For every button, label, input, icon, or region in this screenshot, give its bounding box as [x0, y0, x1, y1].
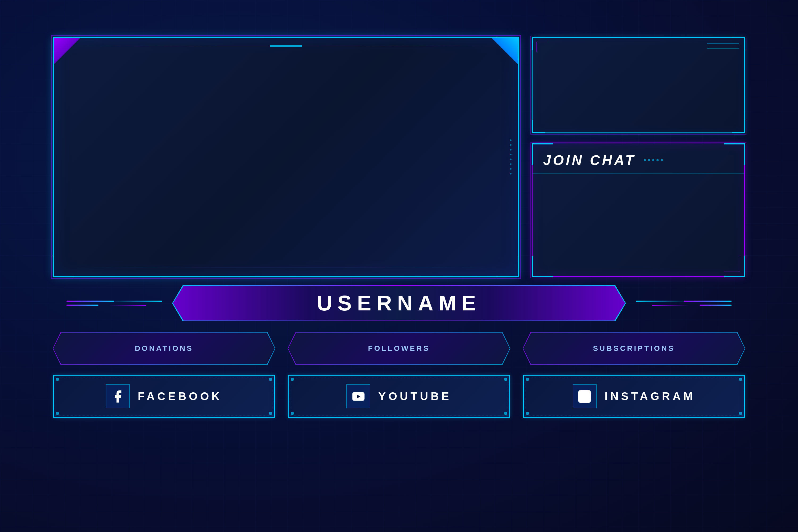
wing-line-bottom — [109, 305, 146, 306]
stats-row: DONATIONS FOLLOWERS SUBSCRIPTIONS — [53, 332, 745, 364]
corner-dot-br — [269, 412, 272, 415]
chat-corner-tl — [532, 144, 553, 165]
followers-label: FOLLOWERS — [368, 344, 430, 353]
youtube-label: YOUTUBE — [378, 390, 451, 403]
main-video-frame — [53, 37, 519, 277]
subscriptions-label: SUBSCRIPTIONS — [593, 344, 675, 353]
social-row: FACEBOOK YOUTUBE — [53, 375, 745, 418]
facebook-label: FACEBOOK — [138, 390, 222, 403]
wing-line-top — [109, 301, 162, 302]
dot — [510, 139, 512, 141]
svg-point-4 — [587, 393, 588, 394]
right-accent-lines — [684, 301, 732, 306]
webcam-corner-bl — [532, 120, 545, 133]
corner-dot-tr — [269, 378, 272, 381]
corner-dot-tr — [504, 378, 507, 381]
corner-dot-tl — [56, 378, 59, 381]
youtube-button[interactable]: YOUTUBE — [288, 375, 510, 418]
dot — [510, 173, 512, 174]
chat-dot — [657, 159, 659, 161]
webcam-corner-br — [732, 120, 745, 133]
corner-tl — [53, 37, 74, 58]
corner-dot-br — [504, 412, 507, 415]
wing-line-top — [636, 301, 689, 302]
chat-corner-bl — [532, 255, 553, 277]
chat-dot — [644, 159, 646, 161]
instagram-icon-box — [573, 384, 597, 408]
corner-dot-bl — [526, 412, 529, 415]
youtube-icon — [351, 389, 366, 404]
wing-line-bottom — [652, 305, 689, 306]
username-wing-left — [109, 301, 162, 306]
inner-line — [707, 49, 739, 49]
inner-line — [707, 43, 739, 44]
chat-dot — [661, 159, 663, 161]
dot — [510, 168, 512, 170]
donations-badge: DONATIONS — [53, 332, 275, 364]
username-wing-right — [636, 301, 689, 306]
facebook-icon-box — [106, 384, 130, 408]
side-line — [66, 305, 98, 306]
edge-top-notch — [270, 45, 302, 47]
corner-dot-tl — [526, 378, 529, 381]
chat-corner-tr — [724, 144, 745, 165]
corner-dot-tl — [291, 378, 294, 381]
dot — [510, 144, 512, 146]
side-line — [684, 301, 732, 302]
corner-dot-tr — [739, 378, 742, 381]
chat-dot — [648, 159, 650, 161]
facebook-icon — [110, 389, 125, 404]
subscriptions-badge: SUBSCRIPTIONS — [523, 332, 745, 364]
facebook-button[interactable]: FACEBOOK — [53, 375, 275, 418]
dots-right — [510, 139, 512, 174]
instagram-label: INSTAGRAM — [605, 390, 695, 403]
corner-dot-br — [739, 412, 742, 415]
donations-label: DONATIONS — [135, 344, 193, 353]
svg-point-3 — [582, 394, 587, 399]
left-accent-lines — [66, 301, 114, 306]
join-chat-label: JOIN CHAT — [543, 152, 636, 168]
webcam-panel — [532, 37, 745, 133]
dot — [510, 163, 512, 165]
corner-bl — [53, 255, 74, 277]
webcam-inner-lines — [707, 43, 739, 51]
chat-dot — [652, 159, 654, 161]
corner-tr — [498, 37, 519, 58]
username-text: USERNAME — [317, 291, 481, 316]
instagram-icon — [577, 389, 592, 404]
webcam-detail-tl — [536, 42, 547, 52]
side-line — [66, 301, 114, 302]
chat-header: JOIN CHAT — [533, 144, 744, 174]
corner-dot-bl — [56, 412, 59, 415]
dot — [510, 158, 512, 160]
followers-badge: FOLLOWERS — [288, 332, 510, 364]
inner-line — [707, 46, 739, 46]
chat-dots — [644, 159, 663, 161]
chat-body — [533, 174, 744, 276]
username-row: USERNAME — [53, 282, 745, 324]
dot — [510, 149, 512, 151]
edge-bottom-line — [86, 268, 486, 268]
youtube-icon-box — [346, 384, 370, 408]
dot — [510, 154, 512, 155]
corner-dot-bl — [291, 412, 294, 415]
instagram-button[interactable]: INSTAGRAM — [523, 375, 745, 418]
username-bar: USERNAME — [173, 286, 625, 321]
chat-panel: JOIN CHAT — [532, 144, 745, 277]
corner-br — [498, 255, 519, 277]
side-line — [700, 305, 732, 306]
side-panels: JOIN CHAT — [532, 37, 745, 277]
chat-corner-detail — [724, 256, 740, 272]
